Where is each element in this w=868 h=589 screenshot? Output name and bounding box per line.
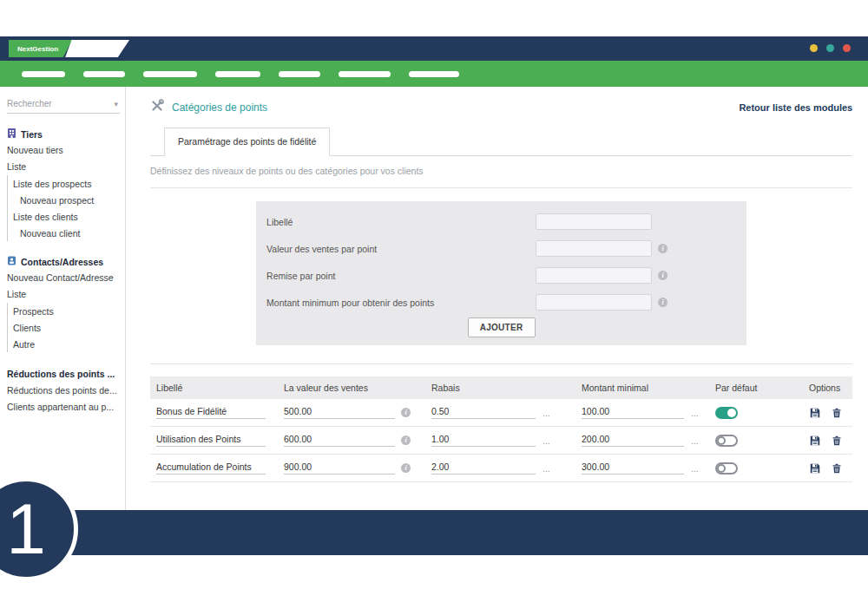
truncated-text: ... [691, 463, 699, 474]
sidebar-item-clients[interactable]: Clients [13, 319, 122, 336]
sidebar-item-nouveau-tiers[interactable]: Nouveau tiers [7, 141, 122, 158]
tab-parametrage-points[interactable]: Paramétrage des points de fidélité [164, 128, 330, 156]
col-header-valeur: La valeur des ventes [278, 376, 425, 399]
info-icon[interactable]: i [658, 244, 667, 253]
sidebar-search-select[interactable]: Rechercher ▾ [7, 97, 120, 114]
row-rabais-field[interactable]: 1.00 [431, 434, 536, 447]
libelle-input[interactable] [536, 213, 652, 230]
col-header-options: Options [803, 376, 852, 399]
sidebar-item-nouveau-prospect[interactable]: Nouveau prospect [13, 192, 122, 208]
info-icon[interactable]: i [401, 408, 411, 417]
default-toggle[interactable] [715, 407, 738, 419]
form-row-montant: Montant minimum pour obtenir des points … [256, 289, 746, 316]
montant-minimum-input[interactable] [536, 294, 652, 311]
row-libelle-field[interactable]: Bonus de Fidélité [156, 406, 266, 419]
menu-pill[interactable] [143, 71, 197, 77]
trash-icon[interactable] [832, 408, 842, 418]
step-badge-number: 1 [6, 494, 46, 565]
montant-minimum-label: Montant minimum pour obtenir des points [266, 298, 536, 308]
default-toggle[interactable] [715, 462, 738, 474]
back-to-modules-link[interactable]: Retour liste des modules [739, 102, 852, 113]
col-header-rabais: Rabais [425, 376, 575, 399]
row-rabais-field[interactable]: 2.00 [431, 461, 536, 474]
sidebar-item-nouveau-contact[interactable]: Nouveau Contact/Adresse [7, 269, 122, 285]
info-icon[interactable]: i [401, 435, 411, 445]
main-menubar [0, 61, 868, 87]
table-row: Bonus de Fidélité 500.00i 0.50... 100.00… [150, 399, 852, 427]
row-libelle-field[interactable]: Utilisation des Points [156, 434, 266, 447]
col-header-montant: Montant minimal [575, 376, 709, 399]
trash-icon[interactable] [832, 463, 842, 474]
window-control-teal-icon[interactable] [826, 44, 834, 52]
page-title: Catégories de points [172, 101, 267, 114]
sidebar-item-autre[interactable]: Autre [13, 336, 122, 352]
valeur-ventes-input[interactable] [536, 240, 652, 257]
menu-pill[interactable] [83, 71, 125, 77]
app-logo: NextGestion [9, 40, 129, 57]
sidebar-item-nouveau-client[interactable]: Nouveau client [13, 225, 122, 241]
info-icon[interactable]: i [401, 463, 411, 473]
address-book-icon [7, 256, 16, 267]
menu-pill[interactable] [279, 71, 320, 77]
truncated-text: ... [542, 435, 550, 446]
default-toggle[interactable] [715, 435, 738, 447]
truncated-text: ... [542, 408, 550, 418]
page-description: Définissez des niveaux de points ou des … [150, 156, 852, 188]
window-controls [810, 44, 851, 52]
row-valeur-field[interactable]: 500.00 [284, 406, 395, 419]
sidebar-section-tiers-title[interactable]: Tiers [7, 127, 122, 141]
screen: NextGestion Rechercher ▾ [0, 0, 868, 589]
section-divider [150, 363, 852, 364]
remise-label: Remise par point [266, 271, 536, 281]
sidebar-subgroup-contacts: Prospects Clients Autre [7, 303, 122, 352]
remise-input[interactable] [536, 267, 652, 284]
info-icon[interactable]: i [658, 271, 667, 280]
row-rabais-field[interactable]: 0.50 [431, 406, 536, 419]
sidebar-item-liste-tiers[interactable]: Liste [7, 158, 122, 174]
save-icon[interactable] [810, 463, 820, 474]
sidebar-item-liste-contacts[interactable]: Liste [7, 285, 122, 302]
row-montant-field[interactable]: 200.00 [582, 434, 684, 447]
building-icon [7, 128, 16, 140]
form-row-remise: Remise par point i [256, 262, 746, 289]
save-icon[interactable] [810, 408, 820, 418]
menu-pill[interactable] [339, 71, 391, 77]
sidebar-section-contacts-title[interactable]: Contacts/Adresses [7, 254, 122, 269]
row-valeur-field[interactable]: 900.00 [284, 461, 395, 474]
menu-pill[interactable] [215, 71, 260, 77]
add-category-form: Libellé Valeur des ventes par point i Re… [256, 201, 746, 345]
menu-pill[interactable] [409, 71, 459, 77]
form-row-valeur: Valeur des ventes par point i [256, 235, 746, 262]
row-montant-field[interactable]: 300.00 [582, 461, 684, 474]
main-content: Catégories de points Retour liste des mo… [126, 87, 868, 510]
sidebar-section-contacts: Contacts/Adresses Nouveau Contact/Adress… [7, 254, 122, 352]
menu-pill[interactable] [22, 71, 65, 77]
trash-icon[interactable] [832, 435, 842, 446]
tools-icon [150, 99, 164, 116]
truncated-text: ... [542, 463, 550, 474]
table-row: Utilisation des Points 600.00i 1.00... 2… [150, 427, 852, 455]
sidebar-item-prospects[interactable]: Prospects [13, 303, 122, 319]
chevron-down-icon: ▾ [114, 100, 118, 108]
sidebar-section-title-label: Tiers [21, 129, 43, 140]
sidebar-section-title-label: Contacts/Adresses [21, 257, 103, 267]
row-libelle-field[interactable]: Accumulation de Points [156, 461, 266, 474]
info-icon[interactable]: i [658, 298, 667, 307]
sidebar-item-reductions-points[interactable]: Réductions des points de... [7, 382, 122, 398]
save-icon[interactable] [810, 435, 820, 446]
row-montant-field[interactable]: 100.00 [582, 406, 684, 419]
main-header: Catégories de points Retour liste des mo… [150, 99, 852, 116]
sidebar-section-reductions-title[interactable]: Réductions des points ... [7, 365, 122, 382]
window-control-yellow-icon[interactable] [810, 44, 818, 52]
sidebar-item-liste-prospects[interactable]: Liste des prospects [13, 175, 122, 192]
row-valeur-field[interactable]: 600.00 [284, 434, 395, 447]
sidebar-item-clients-appartenant[interactable]: Clients appartenant au p... [7, 398, 122, 415]
footer-bar [0, 510, 868, 555]
ajouter-button[interactable]: AJOUTER [468, 317, 536, 337]
sidebar-item-liste-clients[interactable]: Liste des clients [13, 208, 122, 225]
tab-bar: Paramétrage des points de fidélité [150, 128, 852, 156]
sidebar-section-tiers: Tiers Nouveau tiers Liste Liste des pros… [7, 127, 122, 241]
window-titlebar: NextGestion [0, 36, 868, 61]
sidebar-section-reductions: Réductions des points ... Réductions des… [7, 365, 122, 415]
window-control-red-icon[interactable] [843, 44, 851, 52]
